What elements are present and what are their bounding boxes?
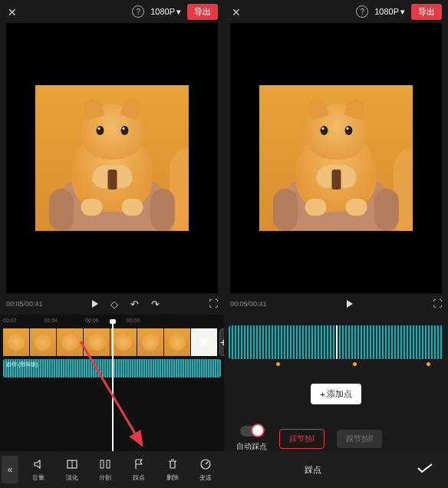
beat-marker[interactable] — [276, 362, 280, 366]
fullscreen-icon[interactable]: ⛶ — [433, 298, 442, 309]
add-point-button[interactable]: + 添加点 — [311, 384, 361, 404]
time-label: 00:05/00:41 — [6, 300, 43, 308]
resolution-dropdown[interactable]: 1080P ▾ — [150, 7, 181, 17]
fullscreen-icon[interactable]: ⛶ — [209, 298, 218, 309]
export-button[interactable]: 导出 — [187, 4, 218, 20]
audio-clip-label: 盗你 (剪辑版) — [6, 361, 38, 368]
tool-fade[interactable]: 淡化 — [55, 456, 89, 483]
video-frame[interactable] — [259, 23, 413, 293]
tool-speed[interactable]: 变速 — [189, 456, 222, 483]
topbar: ✕ ? 1080P ▾ 导出 — [0, 0, 224, 23]
clip-thumb[interactable] — [84, 328, 110, 356]
resolution-value: 1080P — [374, 7, 399, 16]
bottom-toolbar: « 音量 淡化 分割 — [0, 451, 224, 488]
play-icon[interactable] — [347, 300, 353, 308]
video-frame[interactable] — [35, 23, 189, 293]
svg-line-1 — [81, 341, 142, 445]
tool-split[interactable]: 分割 — [88, 456, 122, 483]
clip-thumb[interactable] — [57, 328, 83, 356]
chevron-down-icon: ▾ — [400, 7, 405, 17]
resolution-value: 1080P — [150, 7, 175, 16]
auto-beat-label: 自动踩点 — [236, 441, 267, 452]
play-controls — [267, 300, 433, 308]
export-button[interactable]: 导出 — [411, 4, 442, 20]
tool-beat[interactable]: 踩点 — [122, 456, 156, 483]
chevron-down-icon: ▾ — [176, 7, 181, 17]
trash-icon — [166, 457, 180, 471]
video-content — [35, 85, 189, 231]
bottom-bar: 踩点 — [224, 451, 448, 488]
beat-marker[interactable] — [427, 362, 430, 366]
playbar: 00:05/00:41 ⛶ — [224, 293, 448, 315]
clip-thumb[interactable] — [164, 328, 190, 356]
close-icon[interactable]: ✕ — [232, 6, 241, 18]
auto-beat-row: 自动踩点 踩节拍I 踩节拍II — [224, 426, 448, 452]
beat-markers — [229, 362, 443, 368]
clip-thumb[interactable] — [30, 328, 56, 356]
clip-thumb[interactable] — [137, 328, 163, 356]
volume-icon — [31, 457, 45, 471]
beat-audio-track[interactable] — [229, 325, 443, 359]
beat-panel: + 添加点 自动踩点 踩节拍I 踩节拍II 踩点 — [224, 315, 448, 488]
clip-thumb[interactable] — [3, 328, 29, 356]
toggle-knob — [251, 424, 265, 437]
tool-delete[interactable]: 删除 — [156, 456, 189, 483]
svg-rect-5 — [107, 460, 110, 468]
check-icon — [417, 463, 433, 473]
keyframe-icon[interactable]: ◇ — [110, 298, 118, 310]
undo-icon[interactable]: ↶ — [130, 298, 139, 310]
confirm-button[interactable] — [402, 463, 448, 476]
svg-rect-4 — [100, 460, 104, 468]
play-icon[interactable] — [92, 300, 98, 308]
speed-icon — [199, 457, 212, 471]
topbar: ✕ ? 1080P ▾ 导出 — [224, 0, 448, 23]
playhead[interactable] — [336, 325, 338, 359]
left-panel: ✕ ? 1080P ▾ 导出 — [0, 0, 224, 488]
preview-area — [6, 23, 218, 293]
preview-area — [230, 23, 442, 293]
panel-title: 踩点 — [224, 464, 402, 476]
tool-volume[interactable]: 音量 — [21, 456, 55, 483]
time-label: 00:05/00:41 — [230, 300, 267, 308]
beat-mode-2-button[interactable]: 踩节拍II — [337, 430, 383, 448]
clip-thumb[interactable] — [110, 328, 137, 356]
timeline[interactable]: 00:02 00:04 00:06 00:08 + 盗你 (剪辑版) « — [0, 315, 224, 488]
right-panel: ✕ ? 1080P ▾ 导出 — [224, 0, 448, 488]
plus-icon: + — [320, 390, 324, 399]
video-content — [259, 85, 413, 231]
resolution-dropdown[interactable]: 1080P ▾ — [374, 7, 405, 17]
collapse-button[interactable]: « — [2, 456, 18, 483]
beat-mode-1-button[interactable]: 踩节拍I — [279, 429, 324, 449]
split-icon — [98, 457, 112, 471]
help-icon[interactable]: ? — [356, 5, 368, 18]
redo-icon[interactable]: ↷ — [151, 298, 160, 310]
fade-icon — [65, 457, 79, 471]
play-controls: ◇ ↶ ↷ — [43, 298, 209, 310]
close-icon[interactable]: ✕ — [8, 6, 17, 18]
auto-beat-toggle[interactable] — [240, 426, 263, 437]
clip-thumb[interactable] — [191, 328, 217, 356]
flag-icon — [132, 457, 146, 471]
beat-marker[interactable] — [353, 362, 357, 366]
playbar: 00:05/00:41 ◇ ↶ ↷ ⛶ — [0, 293, 224, 315]
help-icon[interactable]: ? — [132, 5, 144, 18]
